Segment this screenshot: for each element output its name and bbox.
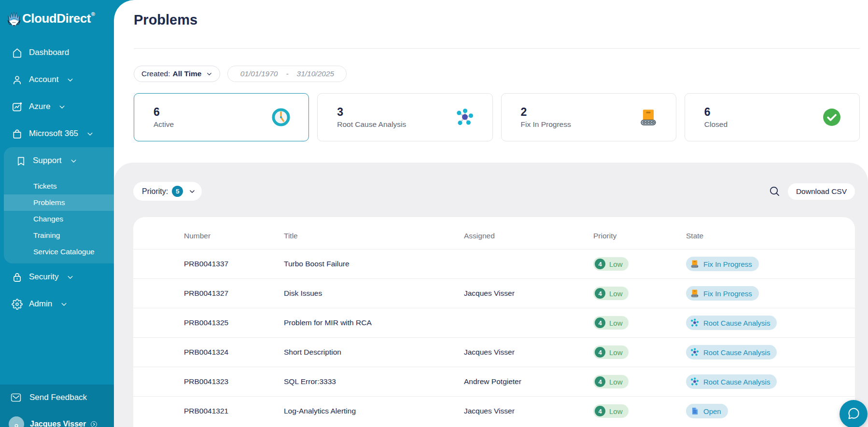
stat-card-root-cause-analysis[interactable]: 3 Root Cause Analysis bbox=[317, 93, 492, 141]
state-label: Fix In Progress bbox=[703, 260, 752, 268]
sidebar-subitem-tickets[interactable]: Tickets bbox=[4, 178, 114, 194]
sidebar-item-dashboard[interactable]: Dashboard bbox=[0, 39, 114, 66]
table-row[interactable]: PRB0041325Problem for MIR with RCA4LowRo… bbox=[133, 308, 855, 337]
chevron-right-circle-icon[interactable] bbox=[90, 421, 98, 427]
gear-icon bbox=[12, 299, 23, 310]
sidebar-item-azure[interactable]: Azure bbox=[0, 93, 114, 120]
cell-number: PRB0041321 bbox=[184, 407, 284, 415]
main-content: Problems Created: All Time 01/01/1970 - … bbox=[114, 0, 868, 427]
sidebar-nav: Dashboard Account Azure Microsoft 365 bbox=[0, 39, 114, 317]
table-header: Number Title Assigned Priority State bbox=[133, 217, 855, 249]
stat-cards: 6 Active 3 Root Cause Analysis bbox=[134, 93, 860, 141]
state-badge: Root Cause Analysis bbox=[686, 374, 777, 389]
sidebar-subitem-changes[interactable]: Changes bbox=[4, 211, 114, 227]
column-header-assigned: Assigned bbox=[464, 232, 593, 240]
stat-card-fix-in-progress[interactable]: 2 Fix In Progress bbox=[501, 93, 676, 141]
subitem-label: Problems bbox=[33, 198, 65, 207]
table-row[interactable]: PRB0041323SQL Error:3333Andrew Potgieter… bbox=[133, 367, 855, 396]
sidebar-item-account[interactable]: Account bbox=[0, 66, 114, 93]
stat-card-closed[interactable]: 6 Closed bbox=[685, 93, 860, 141]
table-row[interactable]: PRB0041321Log-Analytics AlertingJacques … bbox=[133, 396, 855, 426]
priority-filter-dropdown[interactable]: Priority: 5 bbox=[133, 182, 202, 201]
avatar bbox=[9, 416, 24, 427]
cell-state: Fix In Progress bbox=[686, 286, 855, 301]
priority-level: 4 bbox=[595, 376, 605, 387]
sidebar-subitem-service-catalogue[interactable]: Service Catalogue bbox=[4, 244, 114, 260]
molecule-icon bbox=[456, 108, 474, 126]
cell-priority: 4Low bbox=[593, 287, 686, 300]
sidebar-item-support[interactable]: Support bbox=[4, 147, 114, 174]
document-icon bbox=[690, 407, 699, 415]
cell-priority: 4Low bbox=[593, 316, 686, 330]
sidebar-item-label: Account bbox=[29, 75, 58, 84]
created-filter-label: Created: bbox=[141, 69, 170, 78]
cell-title: Log-Analytics Alerting bbox=[284, 407, 464, 415]
cell-priority: 4Low bbox=[593, 345, 686, 359]
priority-badge: 4Low bbox=[593, 287, 629, 300]
cell-number: PRB0041337 bbox=[184, 260, 284, 268]
sidebar-item-label: Microsoft 365 bbox=[29, 129, 78, 138]
sidebar-item-label: Dashboard bbox=[29, 48, 69, 57]
table-row[interactable]: PRB0041327Disk IssuesJacques Visser4LowF… bbox=[133, 278, 855, 308]
priority-count-badge: 5 bbox=[172, 186, 183, 197]
sidebar-group-support: Support Tickets Problems Changes Trainin… bbox=[4, 147, 114, 263]
cell-state: Open bbox=[686, 404, 855, 418]
state-label: Root Cause Analysis bbox=[703, 348, 770, 357]
subitem-label: Training bbox=[33, 231, 60, 240]
clock-icon bbox=[272, 108, 290, 126]
stat-card-active[interactable]: 6 Active bbox=[134, 93, 309, 141]
cell-state: Root Cause Analysis bbox=[686, 374, 855, 389]
state-badge: Root Cause Analysis bbox=[686, 316, 777, 330]
sidebar-subitem-training[interactable]: Training bbox=[4, 227, 114, 244]
sidebar-item-microsoft365[interactable]: Microsoft 365 bbox=[0, 120, 114, 147]
state-badge: Root Cause Analysis bbox=[686, 345, 777, 359]
created-filter-value: All Time bbox=[172, 69, 201, 78]
priority-label: Low bbox=[609, 378, 623, 386]
stat-value: 3 bbox=[337, 106, 406, 118]
stat-value: 6 bbox=[154, 106, 174, 118]
date-range-input[interactable]: 01/01/1970 - 31/10/2025 bbox=[227, 66, 347, 82]
conveyor-icon bbox=[690, 260, 699, 268]
cell-assigned: Jacques Visser bbox=[464, 289, 593, 298]
search-button[interactable] bbox=[769, 185, 781, 197]
cell-priority: 4Low bbox=[593, 257, 686, 271]
send-feedback-button[interactable]: Send Feedback bbox=[0, 392, 114, 403]
conveyor-icon bbox=[690, 289, 699, 298]
chevron-down-icon bbox=[86, 130, 94, 138]
column-header-title: Title bbox=[284, 232, 464, 240]
priority-badge: 4Low bbox=[593, 404, 629, 418]
table-row[interactable]: PRB0041337Turbo Boost Failure4LowFix In … bbox=[133, 249, 855, 278]
state-badge: Fix In Progress bbox=[686, 257, 759, 271]
stat-label: Fix In Progress bbox=[521, 120, 571, 129]
brand-logo[interactable]: CloudDirect ® bbox=[0, 0, 114, 31]
table-body: PRB0041337Turbo Boost Failure4LowFix In … bbox=[133, 249, 855, 426]
sidebar-item-label: Azure bbox=[29, 102, 50, 111]
priority-label: Low bbox=[609, 319, 623, 327]
priority-badge: 4Low bbox=[593, 316, 629, 330]
cell-number: PRB0041324 bbox=[184, 348, 284, 357]
cell-number: PRB0041327 bbox=[184, 289, 284, 298]
table-row[interactable]: PRB0041324Short DescriptionJacques Visse… bbox=[133, 337, 855, 367]
priority-label: Low bbox=[609, 348, 623, 357]
stat-label: Root Cause Analysis bbox=[337, 120, 406, 129]
filter-row: Created: All Time 01/01/1970 - 31/10/202… bbox=[134, 66, 860, 82]
state-label: Root Cause Analysis bbox=[703, 378, 770, 386]
priority-level: 4 bbox=[595, 259, 605, 269]
hedgehog-icon bbox=[7, 10, 21, 28]
sidebar-item-security[interactable]: Security bbox=[0, 263, 114, 290]
user-menu[interactable]: Jacques Visser bbox=[0, 416, 114, 427]
chevron-down-icon bbox=[189, 188, 196, 195]
sidebar-item-admin[interactable]: Admin bbox=[0, 290, 114, 317]
cell-title: Turbo Boost Failure bbox=[284, 260, 464, 268]
person-icon bbox=[12, 422, 21, 427]
cell-state: Fix In Progress bbox=[686, 257, 855, 271]
check-circle-icon bbox=[823, 108, 841, 126]
sidebar-item-label: Support bbox=[33, 156, 62, 165]
chart-icon bbox=[12, 101, 23, 112]
sidebar-subitem-problems[interactable]: Problems bbox=[4, 194, 114, 211]
created-filter-dropdown[interactable]: Created: All Time bbox=[134, 66, 220, 82]
download-csv-button[interactable]: Download CSV bbox=[788, 183, 855, 200]
state-label: Fix In Progress bbox=[703, 289, 752, 298]
molecule-icon bbox=[690, 377, 699, 386]
chat-button[interactable] bbox=[840, 400, 868, 427]
